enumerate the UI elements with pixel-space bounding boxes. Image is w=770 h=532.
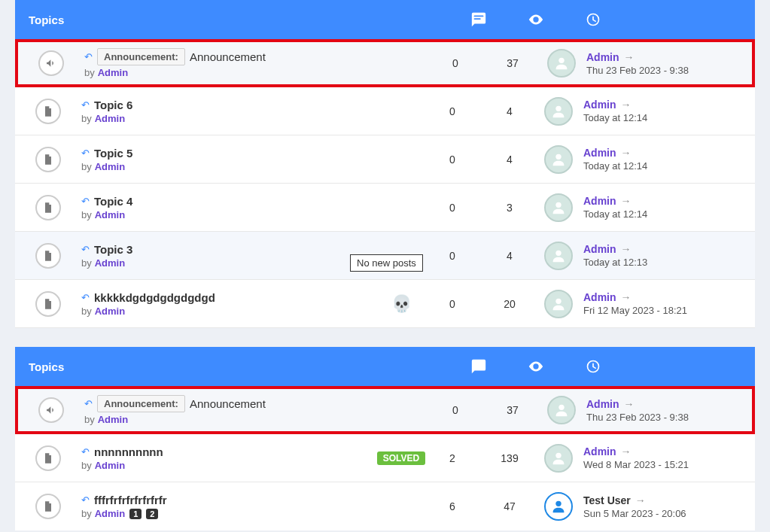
document-icon [35,291,61,317]
views-icon [507,11,565,28]
topic-row[interactable]: ↶Topic 3 by Admin No new posts 0 4 Admin… [15,232,755,280]
avatar[interactable] [544,492,573,521]
announcement-badge: Announcement: [97,395,185,412]
topic-row[interactable]: ↶Topic 4 by Admin 0 3 Admin→ Today at 12… [15,184,755,232]
lastpost-author[interactable]: Admin [583,195,616,207]
topic-row[interactable]: ↶Topic 5 by Admin 0 4 Admin→ Today at 12… [15,135,755,184]
topic-row[interactable]: ↶Topic 6 by Admin 0 4 Admin→ Today at 12… [15,87,755,135]
topic-author[interactable]: Admin [95,306,125,317]
avatar[interactable] [547,49,576,78]
svg-point-7 [555,452,561,458]
topic-title[interactable]: kkkkkdgdgdgdgdgdgd [94,291,215,304]
views-icon [507,358,565,375]
goto-arrow-icon[interactable]: → [621,291,632,303]
replies-count: 0 [424,202,481,214]
goto-arrow-icon[interactable]: → [624,398,635,410]
page-link[interactable]: 2 [146,509,158,519]
svg-point-6 [558,405,564,410]
goto-arrow-icon[interactable]: → [621,147,632,159]
topic-row-announcement[interactable]: ↶ Announcement: Announcement by Admin 0 … [15,39,755,87]
topic-title[interactable]: Topic 5 [94,147,132,160]
reply-arrow-icon: ↶ [81,147,90,159]
goto-arrow-icon[interactable]: → [621,99,632,111]
avatar[interactable] [544,97,573,126]
skull-emoji-icon: 💀 [391,294,412,314]
topic-row[interactable]: ↶fffrfrfrfrfrfrfrfr by Admin 1 2 6 47 Te… [15,482,755,530]
lastpost-date: Thu 23 Feb 2023 - 9:38 [586,412,689,423]
topic-author[interactable]: Admin [98,67,128,78]
avatar[interactable] [544,444,573,473]
document-icon [35,494,61,519]
replies-count: 6 [424,500,481,512]
topic-title[interactable]: Topic 3 [94,243,132,256]
topic-author[interactable]: Admin [98,414,128,425]
replies-count: 0 [424,250,481,262]
views-count: 4 [481,154,538,166]
topics-heading: Topics [29,360,405,373]
goto-arrow-icon[interactable]: → [621,445,632,458]
avatar[interactable] [544,145,573,174]
replies-count: 0 [427,57,484,69]
topic-title[interactable]: Announcement [190,397,266,410]
reply-arrow-icon: ↶ [81,244,90,255]
svg-point-5 [555,298,561,303]
lastpost-author[interactable]: Admin [583,243,616,255]
lastpost-author[interactable]: Admin [586,51,619,63]
lastpost-date: Fri 12 May 2023 - 18:21 [583,305,687,316]
topic-author[interactable]: Admin [95,508,125,519]
lastpost-date: Wed 8 Mar 2023 - 15:21 [583,459,689,470]
topic-row[interactable]: ↶nnnnnnnnnn by Admin SOLVED 2 139 Admin→… [15,434,755,482]
replies-count: 0 [424,298,481,310]
lastpost-date: Today at 12:13 [583,257,647,268]
lastpost-author[interactable]: Test User [583,494,631,506]
goto-arrow-icon[interactable]: → [624,51,635,63]
lastpost-date: Today at 12:14 [583,112,647,123]
replies-count: 0 [424,154,481,166]
lastpost-author[interactable]: Admin [586,398,619,410]
views-count: 47 [481,500,538,512]
no-new-posts-tooltip: No new posts [350,254,423,272]
topic-title[interactable]: Topic 4 [94,195,132,208]
reply-arrow-icon: ↶ [81,494,90,506]
topic-author[interactable]: Admin [95,161,125,172]
reply-arrow-icon: ↶ [81,196,90,207]
svg-point-0 [558,58,564,63]
topics-heading: Topics [29,14,405,26]
topic-row-announcement[interactable]: ↶Announcement:Announcement by Admin 0 37… [15,386,755,434]
topic-author[interactable]: Admin [95,460,125,471]
lastpost-date: Sun 5 Mar 2023 - 20:06 [583,508,686,519]
lastpost-author[interactable]: Admin [583,147,616,159]
topic-author[interactable]: Admin [95,209,125,220]
topic-row[interactable]: ↶kkkkkdgdgdgdgdgdgd by Admin 💀 0 20 Admi… [15,280,755,328]
topic-title[interactable]: nnnnnnnnnn [94,445,163,458]
avatar[interactable] [544,290,573,318]
reply-arrow-icon: ↶ [81,99,90,111]
svg-point-8 [555,501,561,506]
lastpost-icon [565,12,622,27]
topic-title[interactable]: Topic 6 [94,99,132,111]
topic-section-1: Topics ↶ Announcement: Announcement [15,0,755,328]
document-icon [35,99,61,124]
avatar[interactable] [544,193,573,222]
avatar[interactable] [544,242,573,270]
reply-arrow-icon: ↶ [81,292,90,303]
topic-author[interactable]: Admin [95,113,125,124]
lastpost-author[interactable]: Admin [583,291,616,303]
topic-author[interactable]: Admin [95,257,125,269]
lastpost-date: Today at 12:14 [583,160,647,172]
goto-arrow-icon[interactable]: → [621,243,632,255]
replies-icon [450,358,507,375]
views-count: 139 [481,452,538,464]
solved-badge: SOLVED [377,451,425,465]
topic-section-2: Topics ↶Announcement:Announcement by Adm… [15,347,755,530]
lastpost-author[interactable]: Admin [583,99,616,111]
svg-point-4 [555,250,561,255]
avatar[interactable] [547,396,576,424]
views-count: 3 [481,202,538,214]
topic-title[interactable]: fffrfrfrfrfrfrfrfr [94,494,167,506]
goto-arrow-icon[interactable]: → [635,494,646,506]
lastpost-author[interactable]: Admin [583,445,616,458]
topic-title[interactable]: Announcement [190,50,266,63]
page-link[interactable]: 1 [129,509,142,519]
goto-arrow-icon[interactable]: → [621,195,632,207]
